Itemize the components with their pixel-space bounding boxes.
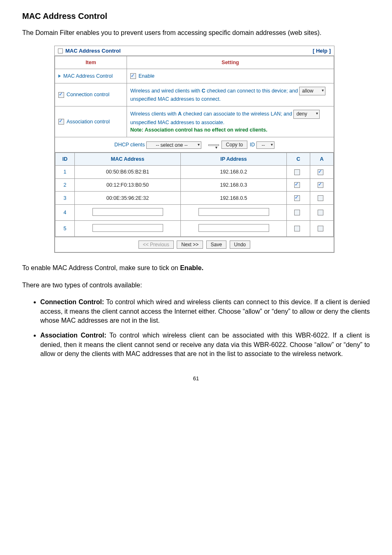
controls-intro: There are two types of controls availabl… [22,281,370,290]
conn-text-post: unspecified MAC addresses to connect. [130,96,221,102]
cell-id: 2 [55,178,75,192]
connection-description: Wireless and wired clients with C checke… [127,83,334,106]
button-row: << Previous Next >> Save Undo [55,237,334,252]
table-row: 2 00:12:F0:13:B0:50 192.168.0.3 [55,178,334,192]
help-link[interactable]: [ Help ] [313,48,331,54]
row-association-control: Association control [55,106,127,137]
c-checkbox[interactable] [294,195,300,201]
row-mac-address-control: MAC Address Control [55,69,127,83]
th-c: C [287,153,310,165]
previous-button[interactable]: << Previous [138,240,174,249]
settings-table: Item Setting MAC Address Control Enable … [55,56,334,252]
cell-id: 5 [55,220,75,236]
cell-id: 1 [55,165,75,178]
connection-label: Connection control [67,92,109,97]
connection-allow-select[interactable]: allow [299,87,325,95]
a-checkbox[interactable] [318,182,323,188]
association-description: Wireless clients with A checked can asso… [127,106,334,137]
c-checkbox[interactable] [294,182,300,188]
mac-control-panel: MAC Address Control [ Help ] Item Settin… [54,46,334,253]
cell-ip: 192.168.0.3 [181,178,287,192]
col-header-item: Item [55,56,127,69]
panel-title: MAC Address Control [58,48,121,54]
col-header-setting: Setting [127,56,334,69]
dhcp-row: DHCP clients -- select one -- Copy to ID… [55,137,334,152]
connection-checkbox[interactable] [58,92,64,98]
table-row: 4 [55,204,334,220]
enable-checkbox[interactable] [130,73,136,79]
save-button[interactable]: Save [206,240,226,249]
dhcp-label: DHCP clients [114,142,145,148]
cell-id: 3 [55,192,75,205]
assoc-text-post: unspecified MAC addresses to associate. [130,120,224,125]
a-checkbox[interactable] [318,195,323,201]
conn-bold-c: C [202,88,205,94]
enable-label: Enable [138,73,154,79]
dhcp-select[interactable]: -- select one -- [146,141,201,149]
dhcp-blank-select[interactable] [208,144,219,146]
mac-input[interactable] [92,208,163,216]
conn-text-pre: Wireless and wired clients with [130,88,202,94]
triangle-icon [58,74,61,78]
conn-text-mid: checked can connect to this device; and [205,88,300,94]
mac-input[interactable] [92,224,163,232]
panel-title-text: MAC Address Control [65,48,121,54]
assoc-text-mid: checked can associate to the wireless LA… [182,111,293,117]
copy-to-button[interactable]: Copy to [221,141,247,149]
cell-mac: 00:50:B6:05:B2:B1 [75,165,181,178]
c-checkbox[interactable] [294,210,300,215]
enable-instruction: To enable MAC Address Control, make sure… [22,264,370,273]
c-checkbox[interactable] [294,169,300,175]
cell-ip: 192.168.0.2 [181,165,287,178]
association-deny-select[interactable]: deny [293,110,320,118]
id-select[interactable]: -- [256,141,274,149]
association-label: Association control [67,119,110,125]
table-row: 3 00:0E:35:96:2E:32 192.168.0.5 [55,192,334,205]
a-checkbox[interactable] [318,210,323,215]
ip-input[interactable] [198,208,269,216]
ip-input[interactable] [198,224,269,232]
cell-mac: 00:12:F0:13:B0:50 [75,178,181,192]
cell-ip: 192.168.0.5 [181,192,287,205]
assoc-bold-a: A [178,111,182,117]
association-checkbox[interactable] [58,119,64,125]
table-row: 5 [55,220,334,236]
th-a: A [310,153,334,165]
row-connection-control: Connection control [55,83,127,106]
bullet-association-control: Association Control: To control which wi… [40,331,370,358]
undo-button[interactable]: Undo [230,240,251,249]
cell-id: 4 [55,204,75,220]
th-ip: IP Address [181,153,287,165]
assoc-text-pre: Wireless clients with [130,111,178,117]
mac-address-table: ID MAC Address IP Address C A 1 00:50:B6… [55,153,334,237]
row-mac-label: MAC Address Control [63,73,113,79]
c-checkbox[interactable] [294,226,300,231]
square-icon [58,49,63,53]
page-number: 61 [22,375,370,382]
bullet-connection-control: Connection Control: To control which wir… [40,298,370,325]
a-checkbox[interactable] [318,169,323,175]
association-note: Note: Association control has no effect … [130,127,267,133]
cell-mac: 00:0E:35:96:2E:32 [75,192,181,205]
intro-paragraph: The Domain Filter enables you to prevent… [22,28,370,37]
id-label: ID [250,142,255,148]
a-checkbox[interactable] [318,226,323,231]
next-button[interactable]: Next >> [177,240,203,249]
page-title: MAC Address Control [22,12,370,21]
th-id: ID [55,153,75,165]
table-row: 1 00:50:B6:05:B2:B1 192.168.0.2 [55,165,334,178]
th-mac: MAC Address [75,153,181,165]
